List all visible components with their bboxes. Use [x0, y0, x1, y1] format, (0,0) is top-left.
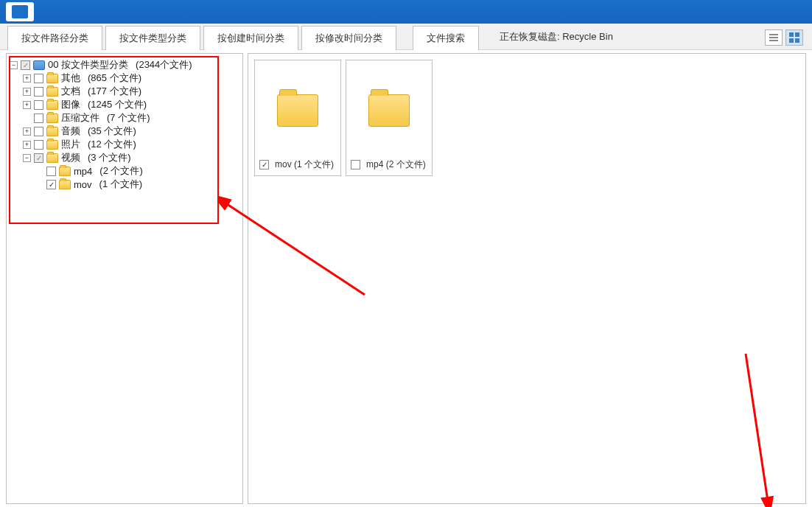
- folder-icon: [368, 94, 410, 127]
- thumbnail-mov[interactable]: mov (1 个文件): [254, 60, 341, 176]
- list-view-button[interactable]: [765, 29, 783, 46]
- tree-root-label: 00 按文件类型分类: [48, 58, 128, 71]
- tree-count: (3 个文件): [88, 151, 131, 164]
- tree-count: (865 个文件): [88, 71, 141, 85]
- checkbox-video[interactable]: [34, 153, 43, 163]
- expander[interactable]: +: [23, 88, 31, 96]
- tree-label: 压缩文件: [61, 111, 99, 125]
- grid-view-button[interactable]: [785, 29, 803, 46]
- tree-label: 照片: [61, 138, 80, 151]
- checkbox[interactable]: [34, 127, 43, 136]
- tree-label: 视频: [61, 151, 80, 164]
- folder-icon: [46, 153, 58, 163]
- checkbox[interactable]: [34, 74, 43, 83]
- thumb-checkbox-mov[interactable]: [259, 160, 269, 169]
- thumbnail-mp4[interactable]: mp4 (2 个文件): [346, 60, 433, 176]
- tree-count: (12 个文件): [88, 138, 136, 151]
- tree-count: (177 个文件): [88, 85, 141, 98]
- tab-path[interactable]: 按文件路径分类: [7, 26, 102, 50]
- app-logo: [6, 2, 34, 21]
- checkbox[interactable]: [34, 140, 43, 150]
- app-header: [0, 0, 812, 24]
- folder-icon: [277, 94, 318, 127]
- expander[interactable]: +: [23, 127, 31, 136]
- thumb-label: mp4 (2 个文件): [366, 158, 426, 171]
- folder-icon: [46, 127, 58, 136]
- tree-count: (35 个文件): [88, 125, 136, 138]
- expander-video[interactable]: −: [23, 154, 31, 162]
- view-switch: [765, 29, 803, 46]
- checkbox-root[interactable]: [21, 60, 30, 70]
- tab-search[interactable]: 文件搜索: [413, 26, 479, 50]
- drive-icon: [33, 60, 45, 70]
- recovery-status: 正在恢复磁盘: Recycle Bin: [500, 30, 613, 43]
- folder-icon: [59, 180, 71, 189]
- tab-modified[interactable]: 按修改时间分类: [301, 26, 396, 50]
- thumb-label: mov (1 个文件): [275, 158, 334, 171]
- tree-label: mp4: [74, 166, 92, 177]
- tree-sidebar: − 00 按文件类型分类 (2344个文件) + 其他 (865 个文件) + …: [6, 53, 243, 504]
- expander[interactable]: +: [23, 74, 31, 83]
- tree-count: (2 个文件): [99, 164, 143, 178]
- checkbox[interactable]: [34, 100, 43, 110]
- tree-count: (1 个文件): [99, 178, 143, 191]
- folder-icon: [46, 87, 58, 97]
- tab-bar: 按文件路径分类 按文件类型分类 按创建时间分类 按修改时间分类 文件搜索 正在恢…: [0, 24, 812, 50]
- tree-count: (7 个文件): [107, 111, 150, 125]
- thumb-checkbox-mp4[interactable]: [351, 160, 360, 169]
- folder-icon: [46, 100, 58, 110]
- expander[interactable]: +: [23, 101, 31, 109]
- tree-label: 文档: [61, 85, 80, 98]
- checkbox-mp4[interactable]: [46, 167, 56, 176]
- checkbox[interactable]: [34, 113, 43, 123]
- tab-filetype[interactable]: 按文件类型分类: [105, 26, 200, 50]
- grid-icon: [789, 32, 799, 43]
- folder-icon: [46, 140, 58, 150]
- expander-root[interactable]: −: [10, 61, 18, 69]
- checkbox[interactable]: [34, 87, 43, 97]
- tree-count: (1245 个文件): [88, 98, 147, 111]
- tab-created[interactable]: 按创建时间分类: [203, 26, 298, 50]
- checkbox-mov[interactable]: [46, 180, 56, 189]
- tree-label: mov: [74, 179, 92, 190]
- tree-label: 图像: [61, 98, 80, 111]
- folder-icon: [59, 167, 71, 176]
- list-icon: [769, 34, 778, 41]
- file-type-tree[interactable]: − 00 按文件类型分类 (2344个文件) + 其他 (865 个文件) + …: [10, 58, 239, 191]
- folder-icon: [46, 74, 58, 83]
- folder-icon: [46, 113, 58, 123]
- expander[interactable]: +: [23, 141, 31, 149]
- tree-label: 其他: [61, 71, 80, 85]
- tree-root-count: (2344个文件): [136, 58, 192, 71]
- tree-label: 音频: [61, 125, 80, 138]
- thumbnail-area: mov (1 个文件) mp4 (2 个文件): [248, 53, 806, 504]
